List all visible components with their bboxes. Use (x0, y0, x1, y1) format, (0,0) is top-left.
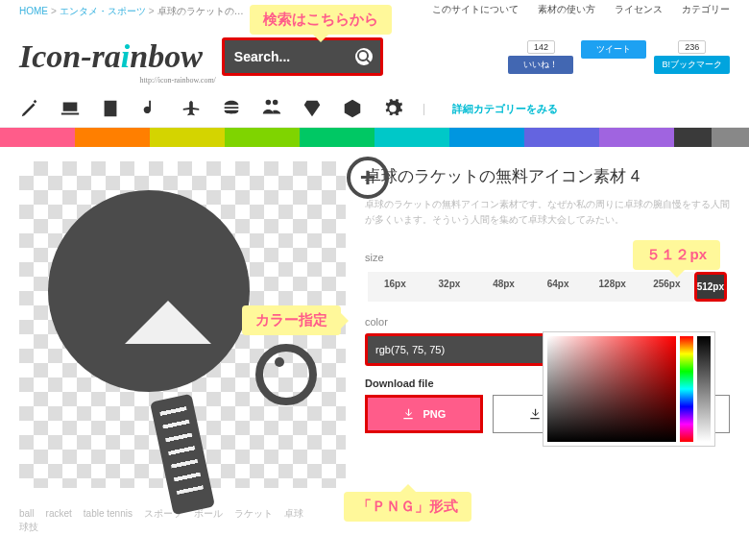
color-picker[interactable] (543, 331, 715, 447)
tag-icon[interactable] (342, 98, 363, 119)
bc-cat[interactable]: エンタメ・スポーツ (60, 6, 146, 16)
gear-icon[interactable] (382, 98, 403, 119)
paddle-icon (48, 190, 250, 392)
airplane-icon[interactable] (181, 98, 202, 119)
picker-hue[interactable] (680, 336, 693, 442)
search-box[interactable] (222, 37, 383, 76)
site-logo[interactable]: Icon-rainbowhttp://icon-rainbow.com/ (19, 38, 203, 75)
tag[interactable]: ラケット (234, 508, 273, 519)
tag[interactable]: racket (46, 508, 72, 519)
pencil-icon[interactable] (19, 98, 40, 119)
nav-about[interactable]: このサイトについて (432, 4, 519, 14)
category-icon-bar: | 詳細カテゴリーをみる (0, 90, 749, 128)
download-icon (401, 407, 415, 421)
fb-count: 142 (527, 40, 555, 54)
callout-size: ５１２px (633, 240, 720, 270)
search-icon[interactable] (355, 48, 373, 65)
bookmark-button[interactable]: B!ブックマーク (654, 56, 730, 74)
nav-license[interactable]: ライセンス (615, 4, 663, 14)
size-32[interactable]: 32px (423, 272, 477, 302)
download-png-button[interactable]: PNG (365, 395, 483, 433)
document-icon[interactable] (100, 98, 121, 119)
people-icon[interactable] (261, 98, 282, 119)
callout-search: 検索はこちらから (250, 5, 392, 35)
add-button[interactable]: + (347, 157, 389, 199)
picker-alpha[interactable] (697, 336, 711, 442)
tweet-button[interactable]: ツイート (581, 40, 646, 59)
category-detail-link[interactable]: 詳細カテゴリーをみる (452, 102, 558, 116)
callout-color: カラー指定 (242, 305, 341, 335)
music-icon[interactable] (140, 98, 161, 119)
callout-png: 「ＰＮＧ」形式 (344, 492, 471, 522)
size-48[interactable]: 48px (476, 272, 531, 302)
tag[interactable]: 卓球 (284, 508, 303, 519)
nav-category[interactable]: カテゴリー (682, 4, 730, 14)
top-nav: このサイトについて素材の使い方ライセンスカテゴリー (413, 3, 730, 16)
size-256[interactable]: 256px (640, 272, 694, 302)
logo-url: http://icon-rainbow.com/ (140, 76, 216, 85)
bc-home[interactable]: HOME (19, 6, 48, 16)
fb-like-button[interactable]: いいね！ (508, 56, 573, 74)
size-64[interactable]: 64px (531, 272, 586, 302)
nav-usage[interactable]: 素材の使い方 (538, 4, 595, 14)
size-128[interactable]: 128px (585, 272, 640, 302)
picker-saturation[interactable] (547, 336, 676, 442)
search-input[interactable] (232, 48, 351, 65)
tag[interactable]: table tennis (84, 508, 133, 519)
icon-title: 卓球のラケットの無料アイコン素材 4 (365, 165, 730, 187)
color-label: color (365, 316, 730, 328)
size-512[interactable]: 512px (697, 275, 724, 299)
diamond-icon[interactable] (302, 98, 323, 119)
laptop-icon[interactable] (60, 98, 81, 119)
size-16[interactable]: 16px (368, 272, 423, 302)
ball-icon (255, 344, 317, 405)
icon-description: 卓球のラケットの無料アイコン素材です。なぜか私の周りに卓球の腕自慢をする人間が多… (365, 197, 730, 228)
tag[interactable]: 球技 (19, 522, 38, 532)
color-strip (0, 128, 749, 147)
color-input[interactable] (365, 333, 555, 366)
bc-item: 卓球のラケットの… (157, 6, 244, 16)
bk-count: 236 (678, 40, 706, 54)
burger-icon[interactable] (221, 98, 242, 119)
tag[interactable]: ball (19, 508, 35, 519)
download-icon (528, 407, 542, 421)
